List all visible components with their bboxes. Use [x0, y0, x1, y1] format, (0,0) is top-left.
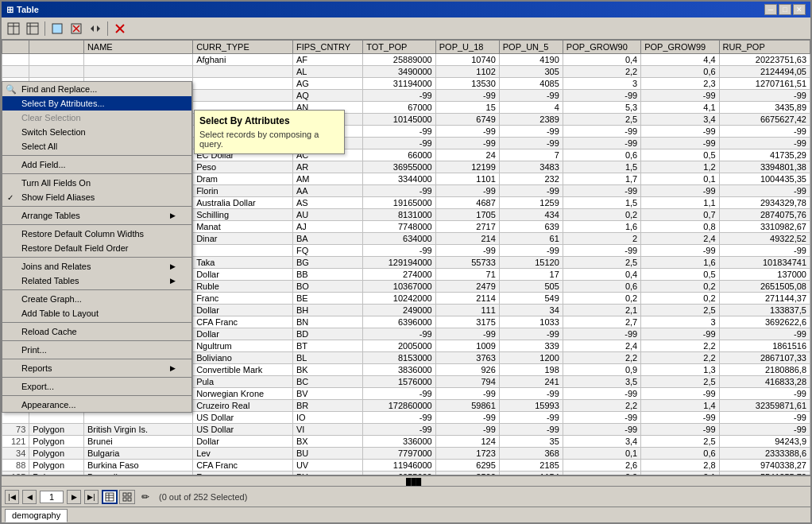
- select-all-button[interactable]: [48, 20, 66, 37]
- table-view-icon[interactable]: [102, 490, 118, 504]
- menu-item-related-tables[interactable]: Related Tables▶: [2, 274, 191, 288]
- delete-button[interactable]: [111, 20, 129, 37]
- col-header-id[interactable]: [2, 41, 29, 54]
- menu-item-label: Related Tables: [21, 276, 79, 285]
- menu-separator: [2, 322, 191, 323]
- maximize-button[interactable]: □: [779, 4, 791, 15]
- cell-grow99: 0,2: [641, 293, 719, 305]
- cell-name: [83, 412, 192, 424]
- cell-grow90: 2,2: [563, 66, 640, 78]
- cell-popun5: 2185: [499, 460, 563, 472]
- cell-totpop: 31194000: [363, 78, 435, 90]
- menu-item-find-and-replace---[interactable]: 🔍Find and Replace...: [2, 82, 191, 96]
- new-table-button[interactable]: [5, 20, 22, 37]
- menu-item-restore-default-column-widths[interactable]: Restore Default Column Widths: [2, 227, 191, 241]
- menu-item-joins-and-relates[interactable]: Joins and Relates▶: [2, 259, 191, 274]
- cell-grow90: 0,6: [563, 281, 640, 293]
- menu-item-show-field-aliases[interactable]: ✓Show Field Aliases: [2, 190, 191, 204]
- table-row[interactable]: AL 3490000 1102 305 2,2 0,6 2124494,05: [2, 66, 810, 78]
- table-row[interactable]: 121 Polygon Brunei Dollar BX 336000 124 …: [2, 436, 810, 448]
- cell-popu18: 124: [435, 436, 499, 448]
- first-record-button[interactable]: |◀: [5, 490, 19, 504]
- col-header-grow99[interactable]: POP_GROW99: [641, 41, 719, 54]
- cell-grow99: -99: [641, 245, 719, 257]
- prev-record-button[interactable]: ◀: [22, 490, 37, 504]
- cell-fips: BK: [292, 364, 362, 376]
- cell-grow99: -99: [641, 412, 719, 424]
- table-row[interactable]: 88 Polygon Burkina Faso CFA Franc UV 119…: [2, 460, 810, 472]
- clear-selection-button[interactable]: [68, 20, 85, 37]
- cell-grow90: 2,5: [563, 114, 640, 126]
- cell-popun5: -99: [499, 138, 563, 149]
- submenu-arrow-icon: ▶: [170, 277, 176, 285]
- menu-item-appearance---[interactable]: Appearance...: [2, 398, 191, 412]
- cell-popun5: -99: [499, 126, 563, 138]
- cell-totpop: -99: [363, 388, 435, 400]
- cell-totpop: 3490000: [363, 66, 435, 78]
- menu-item-turn-all-fields-on[interactable]: Turn All Fields On: [2, 176, 191, 190]
- menu-item-arrange-tables[interactable]: Arrange Tables▶: [2, 208, 191, 223]
- switch-selection-button[interactable]: [87, 20, 104, 37]
- cell-grow99: -99: [641, 424, 719, 436]
- cell-fips: BO: [292, 281, 362, 293]
- col-header-popun5[interactable]: POP_UN_5: [499, 41, 563, 54]
- menu-item-reports[interactable]: Reports▶: [2, 361, 191, 375]
- tab-bar: demography: [2, 507, 810, 522]
- toolbar-separator-2: [107, 21, 108, 36]
- menu-item-select-all[interactable]: Select All: [2, 139, 191, 153]
- cell-grow99: 2,3: [641, 78, 719, 90]
- cell-totpop: -99: [363, 412, 435, 424]
- cell-grow99: 0,7: [641, 209, 719, 221]
- menu-item-reload-cache[interactable]: Reload Cache: [2, 324, 191, 339]
- menu-item-label: Add Table to Layout: [21, 309, 99, 318]
- tab-demography[interactable]: demography: [5, 509, 68, 522]
- cell-totpop: 7797000: [363, 448, 435, 460]
- col-header-name[interactable]: NAME: [83, 41, 192, 54]
- menu-item-restore-default-field-order[interactable]: Restore Default Field Order: [2, 241, 191, 255]
- cell-popun5: -99: [499, 185, 563, 197]
- col-header-fips[interactable]: FIPS_CNTRY: [292, 41, 362, 54]
- menu-item-label: Appearance...: [21, 400, 76, 409]
- menu-item-label: Create Graph...: [21, 294, 82, 304]
- col-header-rurpop[interactable]: RUR_POP: [719, 41, 810, 54]
- cell-grow99: 3: [641, 316, 719, 328]
- table-row[interactable]: 34 Polygon Bulgaria Lev BU 7797000 1723 …: [2, 448, 810, 460]
- cell-popu18: 214: [435, 233, 499, 245]
- menu-item-select-by-attributes---[interactable]: Select By Attributes...: [2, 96, 191, 111]
- next-record-button[interactable]: ▶: [67, 490, 81, 504]
- table-row[interactable]: Afghani AF 25889000 10740 4190 0,4 4,4 2…: [2, 54, 810, 66]
- cell-rurpop: 94243,9: [719, 436, 810, 448]
- card-view-icon[interactable]: [119, 490, 135, 504]
- col-header-type[interactable]: [29, 41, 84, 54]
- title-bar: ⊞ Table ─ □ ✕: [2, 2, 810, 17]
- table-row[interactable]: US Dollar IO -99 -99 -99 -99 -99 -99: [2, 412, 810, 424]
- page-number-input[interactable]: [40, 491, 64, 503]
- cell-popu18: 2114: [435, 293, 499, 305]
- cell-curr: CFA Franc: [193, 460, 293, 472]
- options-button[interactable]: [24, 20, 41, 37]
- table-row[interactable]: 73 Polygon British Virgin Is. US Dollar …: [2, 424, 810, 436]
- cell-popu18: -99: [435, 412, 499, 424]
- col-header-grow90[interactable]: POP_GROW90: [563, 41, 640, 54]
- cell-id: 121: [2, 436, 29, 448]
- menu-item-label: Export...: [21, 382, 54, 391]
- col-header-totpop[interactable]: TOT_POP: [363, 41, 435, 54]
- cell-rurpop: 1861516: [719, 340, 810, 352]
- cell-fips: AA: [292, 185, 362, 197]
- col-header-curr[interactable]: CURR_TYPE: [193, 41, 293, 54]
- menu-item-export---[interactable]: Export...: [2, 379, 191, 394]
- menu-item-print---[interactable]: Print...: [2, 343, 191, 357]
- cell-popu18: 71: [435, 269, 499, 281]
- minimize-button[interactable]: ─: [764, 4, 777, 15]
- menu-item-add-field---[interactable]: Add Field...: [2, 157, 191, 172]
- menu-item-create-graph---[interactable]: Create Graph...: [2, 292, 191, 306]
- last-record-button[interactable]: ▶|: [84, 490, 99, 504]
- menu-item-switch-selection[interactable]: Switch Selection: [2, 125, 191, 139]
- menu-separator: [2, 173, 191, 174]
- menu-separator: [2, 395, 191, 396]
- horizontal-scrollbar[interactable]: ███: [2, 475, 810, 486]
- submenu-arrow-icon: ▶: [170, 262, 176, 270]
- col-header-popu18[interactable]: POP_U_18: [435, 41, 499, 54]
- menu-item-add-table-to-layout[interactable]: Add Table to Layout: [2, 306, 191, 320]
- close-button[interactable]: ✕: [793, 4, 806, 15]
